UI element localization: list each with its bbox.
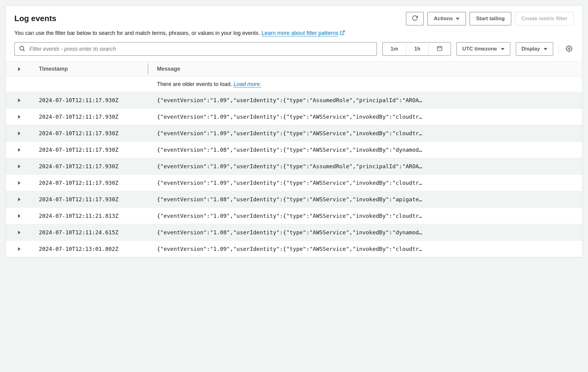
filter-bar: 1m 1h UTC timezone Display [6, 42, 582, 61]
search-wrap [14, 42, 377, 56]
table-row[interactable]: 2024-07-10T12:11:17.930Z{"eventVersion":… [6, 92, 582, 108]
chevron-right-icon [18, 214, 20, 218]
gear-icon [566, 45, 572, 53]
row-timestamp: 2024-07-10T12:11:24.615Z [33, 229, 148, 236]
row-expand[interactable] [6, 198, 33, 201]
table-row[interactable]: 2024-07-10T12:11:17.930Z{"eventVersion":… [6, 158, 582, 174]
older-events-row: There are older events to load. Load mor… [6, 76, 582, 92]
row-expand[interactable] [6, 148, 33, 152]
load-more-link[interactable]: Load more. [233, 81, 261, 87]
row-expand[interactable] [6, 115, 33, 119]
filter-input[interactable] [14, 42, 377, 56]
row-expand[interactable] [6, 165, 33, 168]
svg-line-0 [342, 31, 344, 33]
chevron-right-icon [18, 67, 20, 71]
settings-button[interactable] [564, 42, 574, 56]
calendar-icon [437, 45, 443, 53]
row-message: {"eventVersion":"1.09","userIdentity":{"… [148, 180, 582, 186]
actions-label: Actions [434, 16, 453, 22]
row-message: {"eventVersion":"1.08","userIdentity":{"… [148, 229, 582, 236]
chevron-right-icon [18, 247, 20, 251]
table-row[interactable]: 2024-07-10T12:11:17.930Z{"eventVersion":… [6, 125, 582, 141]
table-row[interactable]: 2024-07-10T12:13:01.802Z{"eventVersion":… [6, 240, 582, 257]
row-expand[interactable] [6, 181, 33, 185]
row-timestamp: 2024-07-10T12:11:17.930Z [33, 180, 148, 186]
separator [559, 44, 559, 54]
actions-button[interactable]: Actions [427, 12, 466, 25]
external-link-icon [340, 30, 345, 35]
row-expand[interactable] [6, 231, 33, 234]
row-timestamp: 2024-07-10T12:11:17.930Z [33, 196, 148, 203]
row-timestamp: 2024-07-10T12:11:17.930Z [33, 97, 148, 103]
row-timestamp: 2024-07-10T12:11:21.813Z [33, 213, 148, 219]
row-timestamp: 2024-07-10T12:11:17.930Z [33, 163, 148, 169]
table-row[interactable]: 2024-07-10T12:11:24.615Z{"eventVersion":… [6, 224, 582, 240]
timestamp-header[interactable]: Timestamp [33, 61, 148, 76]
range-1h[interactable]: 1h [406, 43, 429, 55]
create-metric-filter-button: Create metric filter [515, 12, 574, 25]
range-1m[interactable]: 1m [383, 43, 407, 55]
row-message: {"eventVersion":"1.09","userIdentity":{"… [148, 97, 582, 103]
chevron-right-icon [18, 231, 20, 234]
row-expand[interactable] [6, 214, 33, 218]
chevron-down-icon [456, 18, 460, 20]
row-message: {"eventVersion":"1.09","userIdentity":{"… [148, 213, 582, 219]
display-select[interactable]: Display [516, 42, 553, 56]
chevron-right-icon [18, 99, 20, 102]
svg-point-1 [20, 46, 24, 50]
row-expand[interactable] [6, 99, 33, 102]
chevron-down-icon [501, 48, 504, 50]
svg-rect-3 [437, 46, 442, 50]
row-expand[interactable] [6, 247, 33, 251]
table-row[interactable]: 2024-07-10T12:11:17.930Z{"eventVersion":… [6, 108, 582, 125]
chevron-right-icon [18, 165, 20, 168]
table-row[interactable]: 2024-07-10T12:11:17.930Z{"eventVersion":… [6, 141, 582, 158]
range-custom[interactable] [429, 43, 451, 55]
row-timestamp: 2024-07-10T12:11:17.930Z [33, 113, 148, 120]
time-range-segmented: 1m 1h [382, 42, 451, 56]
chevron-right-icon [18, 198, 20, 201]
timezone-select[interactable]: UTC timezone [456, 42, 510, 56]
svg-point-11 [568, 48, 570, 50]
chevron-right-icon [18, 181, 20, 185]
chevron-right-icon [18, 132, 20, 135]
row-timestamp: 2024-07-10T12:11:17.930Z [33, 147, 148, 153]
row-message: {"eventVersion":"1.09","userIdentity":{"… [148, 246, 582, 252]
row-timestamp: 2024-07-10T12:11:17.930Z [33, 130, 148, 136]
row-message: {"eventVersion":"1.09","userIdentity":{"… [148, 113, 582, 120]
svg-line-2 [23, 50, 24, 51]
search-icon [19, 45, 25, 53]
table-header: Timestamp Message [6, 61, 582, 76]
start-tailing-button[interactable]: Start tailing [470, 12, 511, 25]
row-message: {"eventVersion":"1.09","userIdentity":{"… [148, 130, 582, 136]
table-row[interactable]: 2024-07-10T12:11:17.930Z{"eventVersion":… [6, 174, 582, 191]
chevron-right-icon [18, 148, 20, 152]
refresh-button[interactable] [406, 12, 424, 25]
refresh-icon [412, 15, 418, 23]
row-message: {"eventVersion":"1.08","userIdentity":{"… [148, 147, 582, 153]
table-row[interactable]: 2024-07-10T12:11:17.930Z{"eventVersion":… [6, 191, 582, 207]
row-expand[interactable] [6, 132, 33, 135]
panel-header: Log events Actions Start tailing Create … [6, 6, 582, 42]
header-actions: Actions Start tailing Create metric filt… [406, 12, 574, 25]
chevron-down-icon [544, 48, 547, 50]
chevron-right-icon [18, 115, 20, 119]
expand-all[interactable] [6, 61, 33, 76]
page-title: Log events [14, 12, 56, 23]
row-timestamp: 2024-07-10T12:13:01.802Z [33, 246, 148, 252]
table-row[interactable]: 2024-07-10T12:11:21.813Z{"eventVersion":… [6, 207, 582, 224]
row-message: {"eventVersion":"1.08","userIdentity":{"… [148, 196, 582, 203]
learn-more-link[interactable]: Learn more about filter patterns [262, 30, 338, 36]
row-message: {"eventVersion":"1.09","userIdentity":{"… [148, 163, 582, 169]
message-header[interactable]: Message [148, 61, 582, 76]
log-events-panel: Log events Actions Start tailing Create … [6, 6, 582, 257]
header-subtext: You can use the filter bar below to sear… [14, 29, 574, 37]
